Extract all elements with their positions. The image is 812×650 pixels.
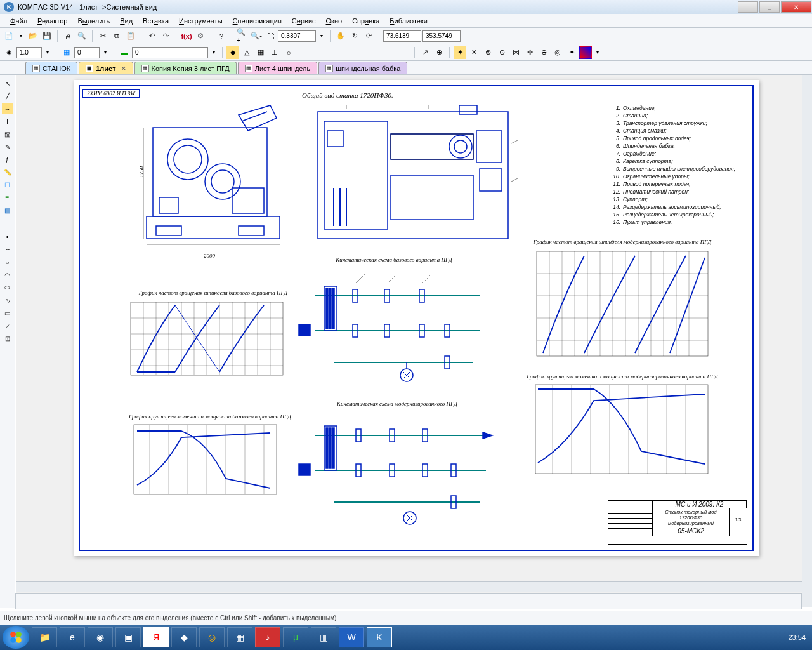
layer-input[interactable] [74,47,100,58]
report-tool[interactable]: ▤ [2,204,13,216]
ortho-button[interactable]: ⊥ [268,46,281,59]
autoline-tool[interactable]: ⟋ [2,320,13,331]
tab-list4[interactable]: ▦ Лист 4 шпиндель [238,62,317,74]
task-app6[interactable]: ♪ [255,627,280,647]
task-kompas[interactable]: K [367,627,392,647]
rect-tool[interactable]: ▭ [2,307,13,319]
layer-dropdown[interactable]: ▾ [101,46,110,59]
param-tool[interactable]: ƒ [2,154,13,165]
line-tool[interactable]: ╱ [2,90,13,102]
menu-edit[interactable]: Редактор [32,16,72,26]
menu-insert[interactable]: Вставка [138,16,174,26]
assoc-button[interactable]: ⊕ [433,46,445,59]
snap9-button[interactable]: ✦ [565,46,578,59]
task-app5[interactable]: ▦ [227,627,252,647]
horizontal-scrollbar[interactable] [16,581,802,592]
aux-line-tool[interactable]: ╌ [2,244,13,255]
task-app7[interactable]: ▥ [311,627,336,647]
task-ie[interactable]: e [60,627,85,647]
point-tool[interactable]: • [2,231,13,242]
menu-service[interactable]: Сервис [287,16,321,26]
open-button[interactable]: 📂 [27,30,39,43]
undo-button[interactable]: ↶ [145,30,158,43]
snap-end-button[interactable]: ◆ [226,46,239,59]
scale-dropdown[interactable]: ▾ [43,46,52,59]
ellipse-tool[interactable]: ⬭ [2,282,13,293]
scale-input[interactable] [16,47,42,58]
tab-kopiya[interactable]: ▦ Копия Копия 3 лист ПГД [134,62,237,74]
print-button[interactable]: 🖨 [62,30,74,43]
task-word[interactable]: W [339,627,364,647]
measure-tool[interactable]: 📏 [2,166,13,178]
zoom-in-button[interactable]: 🔍+ [236,30,249,43]
current-view-button[interactable]: ◈ [3,46,15,59]
round-button[interactable]: ○ [282,46,295,59]
menu-tools[interactable]: Инструменты [174,16,228,26]
menu-spec[interactable]: Спецификация [228,16,287,26]
task-utorrent[interactable]: μ [283,627,308,647]
clock[interactable]: 23:54 [788,633,812,642]
pan-button[interactable]: ✋ [334,30,347,43]
zoom-out-button[interactable]: 🔍- [250,30,263,43]
local-cs-button[interactable]: ↗ [419,46,431,59]
menu-help[interactable]: Справка [347,16,384,26]
start-button[interactable] [3,626,29,649]
zoom-dropdown[interactable]: ▾ [317,30,326,43]
snap6-button[interactable]: ✢ [523,46,536,59]
snap-mid-button[interactable]: △ [240,46,253,59]
layer-button[interactable]: ▦ [60,46,73,59]
preview-button[interactable]: 🔍 [75,30,88,43]
task-app2[interactable]: ▣ [115,627,141,647]
minimize-button[interactable]: — [738,1,758,13]
zoom-fit-button[interactable]: ⛶ [264,30,277,43]
style-dropdown[interactable]: ▾ [209,46,218,59]
task-yandex[interactable]: Я [143,627,169,647]
snap5-button[interactable]: ⋈ [509,46,522,59]
help-button[interactable]: ? [215,30,228,43]
cut-button[interactable]: ✂ [96,30,109,43]
property-panel[interactable] [15,593,802,609]
rotate-button[interactable]: ↻ [348,30,361,43]
menu-libs[interactable]: Библиотеки [384,16,433,26]
snap2-button[interactable]: ✕ [468,46,480,59]
style-input[interactable] [132,47,208,58]
menu-view[interactable]: Вид [115,16,138,26]
text-tool[interactable]: T [2,116,13,127]
cursor-tool[interactable]: ↖ [2,77,13,89]
canvas-area[interactable]: 2ХИМ 6002 И П ЗW Общий вид станка 1720ПФ… [16,75,802,607]
spline-tool[interactable]: ∿ [2,295,13,306]
menu-window[interactable]: Окно [321,16,348,26]
task-app3[interactable]: ◆ [171,627,197,647]
grid-button[interactable]: ▦ [254,46,267,59]
redo-button[interactable]: ↷ [159,30,172,43]
paste-button[interactable]: 📋 [124,30,137,43]
phantom-tool[interactable]: ⊡ [2,333,13,344]
drawing-page[interactable]: 2ХИМ 6002 И П ЗW Общий вид станка 1720ПФ… [74,80,759,556]
task-explorer[interactable]: 📁 [32,627,57,647]
snap-color-button[interactable] [579,46,592,59]
refresh-button[interactable]: ⟳ [362,30,375,43]
var-button[interactable]: f(x) [180,30,193,43]
snap3-button[interactable]: ⊗ [481,46,494,59]
snap-dropdown[interactable]: ▾ [593,46,602,59]
tab-close-icon[interactable]: ✕ [121,65,126,72]
copy-button[interactable]: ⧉ [110,30,123,43]
snap1-button[interactable]: ✦ [454,46,466,59]
select-tool[interactable]: ☐ [2,179,13,190]
spec-tool[interactable]: ≡ [2,192,13,203]
vertical-scrollbar[interactable] [802,75,812,607]
coord-x-input[interactable] [383,30,421,42]
dim-tool[interactable]: ↔ [2,103,13,114]
menu-select[interactable]: Выделить [72,16,115,26]
menu-file[interactable]: Файл [5,16,32,26]
snap8-button[interactable]: ◎ [551,46,564,59]
maximize-button[interactable]: □ [759,1,780,13]
close-button[interactable]: ✕ [781,1,811,13]
snap7-button[interactable]: ⊕ [537,46,550,59]
tab-1list[interactable]: ▦ 1лист ✕ [79,62,133,74]
arc-tool[interactable]: ◠ [2,269,13,281]
snap4-button[interactable]: ⊙ [495,46,508,59]
new-dropdown[interactable]: ▾ [16,30,25,43]
props-button[interactable]: ⚙ [194,30,207,43]
new-button[interactable]: 📄 [3,30,15,43]
